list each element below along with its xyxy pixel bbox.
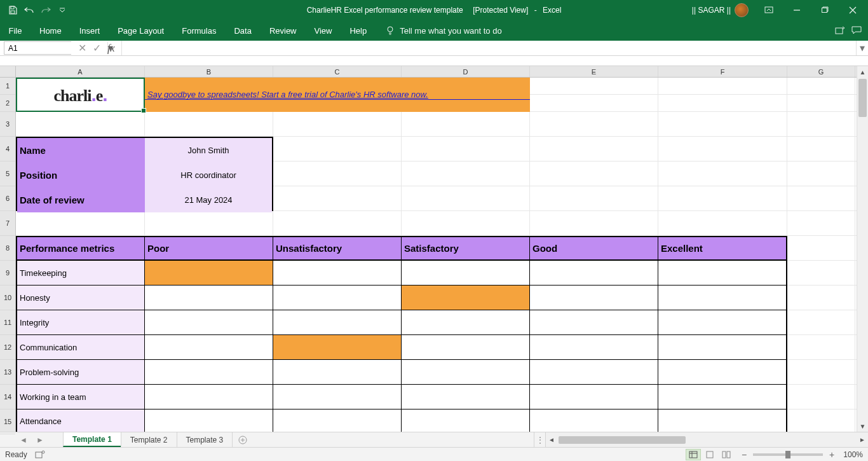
sheet-tab[interactable]: Template 3 — [177, 432, 233, 447]
page-layout-view-icon[interactable] — [702, 449, 717, 460]
tab-page-layout[interactable]: Page Layout — [109, 20, 173, 41]
select-all-corner[interactable] — [0, 66, 15, 78]
tab-help[interactable]: Help — [341, 20, 376, 41]
rating-cell[interactable] — [145, 335, 273, 359]
expand-formula-bar-icon[interactable]: ▾ — [857, 41, 868, 55]
rating-cell[interactable] — [273, 310, 402, 334]
rating-cell[interactable] — [530, 286, 658, 310]
rating-cell[interactable] — [530, 360, 658, 384]
rating-cell[interactable] — [145, 385, 273, 409]
info-value[interactable]: 21 May 2024 — [145, 188, 272, 212]
tab-insert[interactable]: Insert — [71, 20, 109, 41]
rating-cell[interactable] — [273, 261, 402, 285]
new-sheet-button[interactable] — [233, 432, 253, 447]
row-header[interactable]: 11 — [0, 310, 15, 335]
fx-icon[interactable]: fx — [107, 43, 115, 54]
row-header[interactable]: 4 — [0, 137, 15, 162]
zoom-slider[interactable] — [753, 453, 823, 456]
sheet-tab[interactable]: Template 2 — [121, 432, 177, 447]
info-value[interactable]: John Smith — [145, 138, 272, 163]
sheet-next-icon[interactable]: ► — [36, 436, 44, 444]
hscrollbar-thumb[interactable] — [559, 436, 686, 444]
account-area[interactable]: || SAGAR || — [692, 3, 749, 17]
tab-split-handle[interactable]: ⋮ — [534, 432, 545, 447]
rating-cell[interactable] — [402, 261, 530, 285]
rating-cell[interactable] — [530, 385, 658, 409]
zoom-in-icon[interactable]: + — [829, 450, 834, 460]
rating-cell[interactable] — [145, 310, 273, 334]
comments-icon[interactable] — [851, 26, 862, 35]
row-header[interactable]: 1 — [0, 78, 15, 95]
row-header[interactable]: 14 — [0, 385, 15, 409]
rating-cell[interactable] — [145, 360, 273, 384]
rating-cell[interactable] — [658, 261, 787, 285]
rating-cell[interactable] — [402, 409, 530, 432]
rating-cell[interactable] — [658, 286, 787, 310]
enter-icon[interactable]: ✓ — [93, 42, 101, 54]
column-header[interactable]: A — [16, 66, 145, 77]
rating-cell[interactable] — [402, 360, 530, 384]
tab-review[interactable]: Review — [261, 20, 306, 41]
rating-cell[interactable] — [145, 261, 273, 285]
tab-data[interactable]: Data — [225, 20, 260, 41]
tell-me[interactable]: Tell me what you want to do — [386, 20, 501, 41]
rating-cell[interactable] — [273, 335, 402, 359]
row-header[interactable]: 8 — [0, 236, 15, 261]
row-header[interactable]: 12 — [0, 335, 15, 360]
undo-icon[interactable] — [22, 3, 37, 18]
row-header[interactable]: 13 — [0, 360, 15, 385]
rating-cell[interactable] — [273, 409, 402, 432]
close-icon[interactable] — [840, 1, 865, 19]
column-header[interactable]: F — [658, 66, 787, 77]
macro-record-icon[interactable] — [35, 450, 45, 459]
tab-home[interactable]: Home — [31, 20, 71, 41]
rating-cell[interactable] — [273, 360, 402, 384]
rating-cell[interactable] — [658, 409, 787, 432]
rating-cell[interactable] — [145, 286, 273, 310]
tab-formulas[interactable]: Formulas — [173, 20, 225, 41]
minimize-icon[interactable] — [784, 1, 810, 19]
row-header[interactable]: 7 — [0, 211, 15, 236]
redo-icon[interactable] — [38, 3, 53, 18]
promo-link[interactable]: Say goodbye to spreadsheets! Start a fre… — [145, 90, 530, 100]
formula-input[interactable] — [121, 41, 857, 55]
column-header[interactable]: E — [530, 66, 658, 77]
row-header[interactable]: 9 — [0, 261, 15, 286]
qat-customize-icon[interactable] — [55, 3, 70, 18]
cancel-icon[interactable]: ✕ — [78, 42, 86, 54]
zoom-level[interactable]: 100% — [843, 450, 863, 459]
column-header[interactable]: C — [273, 66, 402, 77]
horizontal-scrollbar[interactable]: ◄ ► — [545, 432, 868, 447]
file-tab[interactable]: File — [0, 20, 31, 41]
column-header[interactable]: B — [145, 66, 273, 77]
scroll-up-icon[interactable]: ▲ — [857, 66, 868, 78]
page-break-view-icon[interactable] — [719, 449, 734, 460]
rating-cell[interactable] — [530, 261, 658, 285]
spreadsheet-grid[interactable]: 123456789101112131415 ABCDEFG Say goodby… — [0, 66, 868, 432]
row-header[interactable]: 6 — [0, 186, 15, 211]
scroll-down-icon[interactable]: ▼ — [857, 420, 868, 432]
scroll-left-icon[interactable]: ◄ — [546, 436, 557, 443]
tab-view[interactable]: View — [306, 20, 341, 41]
zoom-out-icon[interactable]: − — [742, 450, 747, 460]
ribbon-display-options-icon[interactable] — [756, 1, 782, 19]
rating-cell[interactable] — [530, 310, 658, 334]
rating-cell[interactable] — [658, 385, 787, 409]
rating-cell[interactable] — [658, 360, 787, 384]
sheet-nav[interactable]: ◄ ► — [0, 432, 64, 447]
row-header[interactable]: 3 — [0, 112, 15, 137]
column-header[interactable]: G — [787, 66, 855, 77]
share-icon[interactable] — [835, 26, 845, 35]
rating-cell[interactable] — [402, 310, 530, 334]
row-header[interactable]: 2 — [0, 95, 15, 112]
row-header[interactable]: 10 — [0, 286, 15, 310]
rating-cell[interactable] — [530, 335, 658, 359]
rating-cell[interactable] — [402, 385, 530, 409]
scrollbar-thumb[interactable] — [858, 79, 867, 117]
column-header[interactable]: D — [402, 66, 530, 77]
rating-cell[interactable] — [402, 335, 530, 359]
sheet-prev-icon[interactable]: ◄ — [20, 436, 27, 444]
vertical-scrollbar[interactable]: ▲ ▼ — [857, 66, 868, 432]
rating-cell[interactable] — [145, 409, 273, 432]
row-header[interactable]: 15 — [0, 409, 15, 434]
